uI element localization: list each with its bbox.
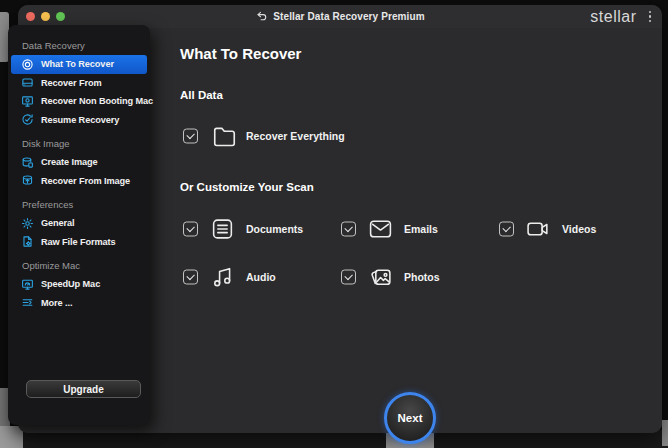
- checkbox[interactable]: [341, 270, 356, 285]
- minimize-button[interactable]: [41, 12, 50, 21]
- recover-option-emails[interactable]: Emails: [341, 212, 499, 246]
- sidebar-item-recover-from-image[interactable]: Recover From Image: [11, 172, 147, 191]
- recover-option-photos[interactable]: Photos: [341, 260, 499, 294]
- checkbox[interactable]: [183, 222, 198, 237]
- raw-file-icon: [21, 235, 34, 248]
- gear-icon: [21, 217, 34, 230]
- sidebar-item-label: Create Image: [41, 157, 98, 167]
- sidebar-item-general[interactable]: General: [11, 214, 147, 233]
- sidebar-item-label: What To Recover: [41, 59, 114, 69]
- upgrade-button[interactable]: Upgrade: [26, 380, 141, 398]
- option-label: Emails: [404, 223, 438, 235]
- sidebar-item-label: Recover Non Booting Mac: [41, 96, 153, 106]
- customize-options-grid: DocumentsEmailsVideosAudioPhotos: [183, 212, 663, 294]
- videos-icon: [526, 217, 551, 242]
- checkbox[interactable]: [499, 222, 514, 237]
- sidebar-item-create-image[interactable]: Create Image: [11, 153, 147, 172]
- documents-icon: [210, 217, 235, 242]
- resume-recovery-icon: [21, 113, 34, 126]
- more-icon: [21, 296, 34, 309]
- recover-option-videos[interactable]: Videos: [499, 212, 657, 246]
- checkbox[interactable]: [183, 129, 198, 144]
- sidebar-item-recover-non-booting-mac[interactable]: Recover Non Booting Mac: [11, 92, 147, 111]
- checkbox[interactable]: [341, 222, 356, 237]
- sidebar-item-label: SpeedUp Mac: [41, 279, 100, 289]
- all-data-heading: All Data: [180, 89, 223, 101]
- sidebar-item-label: More ...: [41, 298, 72, 308]
- menu-kebab-icon[interactable]: [646, 9, 655, 25]
- stellar-logo: stellar: [590, 9, 636, 25]
- sidebar-sections: Data RecoveryWhat To RecoverRecover From…: [8, 40, 150, 312]
- create-image-icon: [21, 156, 34, 169]
- sidebar-section-header-data-recovery: Data Recovery: [22, 40, 150, 51]
- audio-icon: [210, 265, 235, 290]
- recover-from-image-icon: [21, 174, 34, 187]
- close-button[interactable]: [26, 12, 35, 21]
- sidebar-item-more[interactable]: More ...: [11, 294, 147, 313]
- sidebar-section-header-disk-image: Disk Image: [22, 138, 150, 149]
- option-label: Documents: [246, 223, 303, 235]
- window-title: Stellar Data Recovery Premium: [273, 11, 424, 22]
- speedup-mac-icon: [21, 278, 34, 291]
- sidebar-item-label: Recover From: [41, 78, 102, 88]
- sidebar-item-resume-recovery[interactable]: Resume Recovery: [11, 111, 147, 130]
- zoom-button[interactable]: [56, 12, 65, 21]
- brand-group: stellar: [590, 5, 654, 28]
- background-object-bottom-right: [662, 420, 668, 446]
- recover-option-audio[interactable]: Audio: [183, 260, 341, 294]
- target-icon: [21, 58, 34, 71]
- option-label: Audio: [246, 271, 276, 283]
- emails-icon: [368, 217, 393, 242]
- page-title: What To Recover: [180, 45, 301, 62]
- desktop: Stellar Data Recovery Premium stellar Wh…: [0, 0, 668, 448]
- folder-icon: [210, 123, 239, 149]
- recover-option-documents[interactable]: Documents: [183, 212, 341, 246]
- sidebar-item-recover-from[interactable]: Recover From: [11, 74, 147, 93]
- next-button-label: Next: [398, 412, 423, 424]
- option-label: Recover Everything: [246, 130, 345, 142]
- photos-icon: [368, 265, 393, 290]
- sidebar-item-raw-file-formats[interactable]: Raw File Formats: [11, 233, 147, 252]
- sidebar-item-label: Resume Recovery: [41, 115, 119, 125]
- sidebar-section-header-preferences: Preferences: [22, 199, 150, 210]
- checkbox[interactable]: [183, 270, 198, 285]
- sidebar-section-header-optimize-mac: Optimize Mac: [22, 260, 150, 271]
- back-arrow-icon[interactable]: [255, 10, 268, 23]
- drive-icon: [21, 76, 34, 89]
- non-booting-mac-icon: [21, 95, 34, 108]
- window-title-group: Stellar Data Recovery Premium: [255, 5, 424, 28]
- customize-heading: Or Customize Your Scan: [180, 181, 314, 193]
- option-label: Videos: [562, 223, 596, 235]
- sidebar-item-what-to-recover[interactable]: What To Recover: [11, 55, 147, 74]
- sidebar-drawer: Data RecoveryWhat To RecoverRecover From…: [8, 25, 150, 425]
- sidebar-item-label: Raw File Formats: [41, 237, 115, 247]
- recover-option-recover-everything[interactable]: Recover Everything: [183, 119, 341, 153]
- next-button[interactable]: Next: [384, 392, 436, 444]
- sidebar-item-label: General: [41, 218, 75, 228]
- option-label: Photos: [404, 271, 440, 283]
- sidebar-item-speedup-mac[interactable]: SpeedUp Mac: [11, 275, 147, 294]
- sidebar-item-label: Recover From Image: [41, 176, 130, 186]
